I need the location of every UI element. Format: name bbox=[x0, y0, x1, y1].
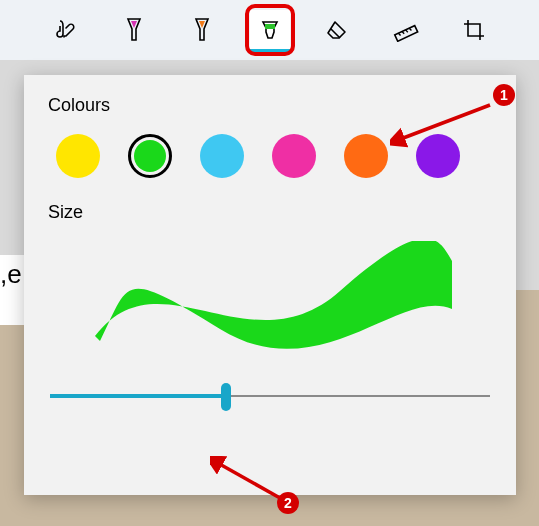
pen-icon bbox=[192, 17, 212, 43]
eraser-icon bbox=[326, 19, 350, 41]
markup-toolbar bbox=[0, 0, 539, 60]
size-preview bbox=[48, 241, 492, 351]
touch-writing-icon bbox=[53, 18, 79, 42]
annotation-badge-1: 1 bbox=[493, 84, 515, 106]
colour-swatch-2[interactable] bbox=[200, 134, 244, 178]
tool-eraser[interactable] bbox=[318, 10, 358, 50]
colour-swatch-row bbox=[48, 134, 492, 178]
slider-track-fill bbox=[50, 394, 226, 398]
colour-swatch-1[interactable] bbox=[128, 134, 172, 178]
tool-pen-magenta[interactable] bbox=[114, 10, 154, 50]
colours-label: Colours bbox=[48, 95, 492, 116]
tool-pen-orange[interactable] bbox=[182, 10, 222, 50]
slider-thumb[interactable] bbox=[221, 383, 231, 411]
colour-swatch-5[interactable] bbox=[416, 134, 460, 178]
stroke-preview-icon bbox=[70, 241, 470, 351]
tool-ruler[interactable] bbox=[386, 10, 426, 50]
annotation-badge-2: 2 bbox=[277, 492, 299, 514]
tool-touch-writing[interactable] bbox=[46, 10, 86, 50]
highlighter-icon bbox=[259, 18, 281, 42]
pen-icon bbox=[124, 17, 144, 43]
size-slider[interactable] bbox=[50, 381, 490, 411]
colour-swatch-3[interactable] bbox=[272, 134, 316, 178]
highlighter-settings-popup: Colours Size bbox=[24, 75, 516, 495]
colour-swatch-4[interactable] bbox=[344, 134, 388, 178]
slider-track-remaining bbox=[226, 395, 490, 397]
svg-rect-0 bbox=[265, 24, 275, 29]
crop-icon bbox=[462, 18, 486, 42]
tool-crop[interactable] bbox=[454, 10, 494, 50]
size-label: Size bbox=[48, 202, 492, 223]
colour-swatch-0[interactable] bbox=[56, 134, 100, 178]
selected-underline bbox=[250, 49, 290, 53]
tool-highlighter[interactable] bbox=[250, 10, 290, 50]
ruler-icon bbox=[393, 18, 419, 42]
